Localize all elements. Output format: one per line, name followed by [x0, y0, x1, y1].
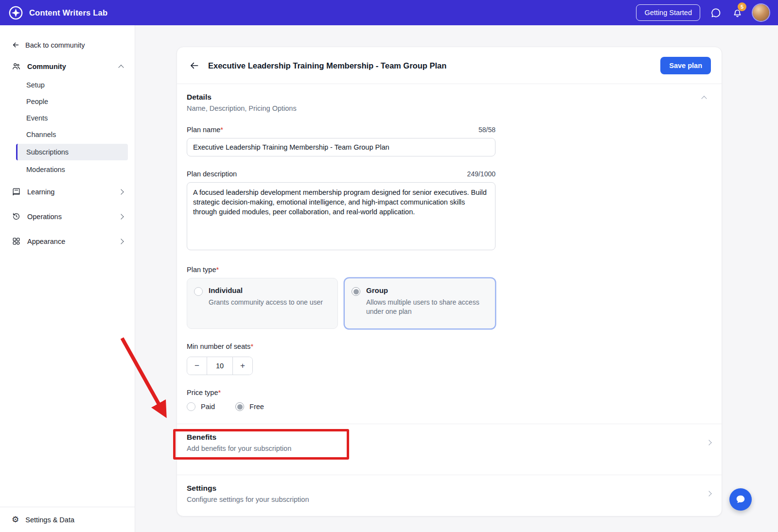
- brand-name: Content Writers Lab: [29, 8, 107, 17]
- sidebar-item-events[interactable]: Events: [0, 110, 135, 126]
- settings-title: Settings: [187, 484, 309, 493]
- group-title: Group: [366, 286, 488, 294]
- plan-description-input[interactable]: A focused leadership development members…: [187, 182, 495, 250]
- topbar-actions: Getting Started 5: [636, 4, 769, 21]
- plan-form: Plan name* 58/58 Plan description 249/10…: [187, 126, 495, 411]
- sidebar-section-community-label: Community: [27, 63, 66, 70]
- settings-section-row[interactable]: Settings Configure settings for your sub…: [177, 475, 722, 516]
- min-seats-stepper: − 10 +: [187, 357, 253, 375]
- user-avatar[interactable]: [753, 4, 769, 21]
- chat-launcher-button[interactable]: [729, 488, 752, 511]
- price-free-option[interactable]: Free: [235, 402, 264, 411]
- back-arrow-icon: [12, 41, 20, 49]
- price-type-options: Paid Free: [187, 402, 495, 411]
- plan-type-individual-option[interactable]: Individual Grants community access to on…: [187, 278, 338, 329]
- benefits-title: Benefits: [187, 433, 291, 442]
- individual-title: Individual: [209, 286, 323, 294]
- sidebar: Back to community Community Setup People…: [0, 25, 135, 532]
- sidebar-section-appearance[interactable]: Appearance: [0, 230, 135, 252]
- sidebar-section-appearance-label: Appearance: [27, 238, 65, 245]
- sidebar-item-setup[interactable]: Setup: [0, 77, 135, 93]
- sidebar-item-people[interactable]: People: [0, 93, 135, 110]
- required-asterisk: *: [216, 266, 219, 274]
- plan-title: Executive Leadership Training Membership…: [208, 61, 446, 70]
- sidebar-section-learning[interactable]: Learning: [0, 181, 135, 203]
- settings-and-data-link[interactable]: ⚙ Settings & Data: [0, 507, 135, 532]
- plan-name-input[interactable]: [187, 138, 495, 156]
- chevron-up-icon: [118, 65, 124, 70]
- getting-started-button[interactable]: Getting Started: [636, 4, 700, 21]
- details-title: Details: [187, 93, 297, 102]
- radio-free[interactable]: [235, 402, 244, 411]
- details-subtitle: Name, Description, Pricing Options: [187, 104, 297, 112]
- seats-increment-button[interactable]: +: [233, 357, 252, 375]
- community-icon: [12, 62, 21, 71]
- back-to-community-label: Back to community: [25, 41, 85, 49]
- plan-type-label: Plan type*: [187, 266, 219, 274]
- settings-and-data-label: Settings & Data: [25, 516, 74, 524]
- messages-icon[interactable]: [710, 7, 722, 18]
- radio-group[interactable]: [352, 287, 360, 296]
- individual-description: Grants community access to one user: [209, 298, 323, 307]
- topbar: Content Writers Lab Getting Started 5: [0, 0, 778, 25]
- learning-icon: [12, 187, 21, 196]
- settings-subtitle: Configure settings for your subscription: [187, 496, 309, 503]
- plan-description-label: Plan description: [187, 170, 237, 178]
- details-section-header[interactable]: Details Name, Description, Pricing Optio…: [187, 93, 712, 112]
- notification-badge: 5: [738, 2, 746, 11]
- sidebar-section-operations-label: Operations: [27, 213, 62, 221]
- min-seats-label: Min number of seats*: [187, 343, 253, 350]
- sidebar-item-subscriptions[interactable]: Subscriptions: [16, 144, 128, 160]
- logo-icon: [8, 5, 24, 21]
- required-asterisk: *: [250, 343, 253, 350]
- sidebar-item-moderations[interactable]: Moderations: [0, 161, 135, 178]
- sidebar-item-channels[interactable]: Channels: [0, 126, 135, 143]
- plan-type-group-option[interactable]: Group Allows multiple users to share acc…: [344, 278, 495, 329]
- back-to-community-link[interactable]: Back to community: [0, 25, 135, 54]
- plan-description-counter: 249/1000: [467, 170, 495, 178]
- radio-paid[interactable]: [187, 402, 195, 411]
- seats-decrement-button[interactable]: −: [187, 357, 207, 375]
- seats-value: 10: [207, 357, 233, 375]
- chevron-right-icon: [118, 214, 124, 219]
- chevron-right-icon: [118, 189, 124, 194]
- chevron-right-icon: [118, 239, 124, 244]
- required-asterisk: *: [220, 126, 223, 134]
- price-free-label: Free: [249, 403, 264, 411]
- group-description: Allows multiple users to share access un…: [366, 298, 488, 316]
- benefits-subtitle: Add benefits for your subscription: [187, 445, 291, 452]
- plan-name-label: Plan name*: [187, 126, 223, 134]
- community-subnav: Setup People Events Channels Subscriptio…: [0, 77, 135, 178]
- required-asterisk: *: [218, 389, 221, 396]
- plan-type-options: Individual Grants community access to on…: [187, 278, 495, 329]
- gear-icon: ⚙: [12, 515, 19, 524]
- price-paid-label: Paid: [201, 403, 215, 411]
- appearance-icon: [12, 237, 21, 246]
- plan-name-counter: 58/58: [478, 126, 495, 134]
- plan-header: Executive Leadership Training Membership…: [177, 47, 722, 84]
- chat-bubble-icon: [735, 494, 746, 505]
- sidebar-section-operations[interactable]: Operations: [0, 206, 135, 227]
- operations-icon: [12, 212, 21, 221]
- brand[interactable]: Content Writers Lab: [8, 5, 107, 21]
- chevron-right-icon: [706, 491, 711, 496]
- chevron-right-icon: [706, 440, 711, 445]
- radio-individual[interactable]: [194, 287, 203, 296]
- price-paid-option[interactable]: Paid: [187, 402, 215, 411]
- notifications-icon[interactable]: 5: [731, 7, 743, 18]
- sidebar-section-learning-label: Learning: [27, 188, 54, 196]
- collapse-chevron-icon[interactable]: [701, 96, 707, 101]
- benefits-section-row[interactable]: Benefits Add benefits for your subscript…: [177, 424, 722, 462]
- plan-editor-card: Executive Leadership Training Membership…: [177, 47, 722, 516]
- save-plan-button[interactable]: Save plan: [660, 57, 711, 74]
- main-content: Executive Leadership Training Membership…: [135, 25, 778, 532]
- sidebar-section-community[interactable]: Community: [0, 54, 135, 77]
- back-button[interactable]: [190, 61, 199, 70]
- price-type-label: Price type*: [187, 389, 221, 396]
